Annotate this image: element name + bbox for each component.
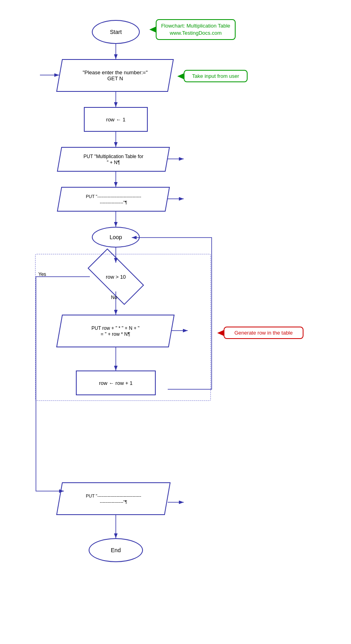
put-table-label: PUT "Multiplication Table for " + N¶ <box>83 154 143 165</box>
callout-input-text: Take input from user <box>192 73 239 79</box>
loop-shape: Loop <box>92 227 140 248</box>
yes-label: Yes <box>38 271 46 277</box>
start-shape: Start <box>92 20 140 44</box>
row-increment-label: row ← row + 1 <box>99 380 133 386</box>
put-row-inner: PUT row + " * " + N + " = " + row * N¶ <box>91 325 139 337</box>
put-dashes1-shape: PUT "------------------------------ ----… <box>57 187 170 212</box>
put-row-shape: PUT row + " * " + N + " = " + row * N¶ <box>56 315 175 347</box>
put-table-inner: PUT "Multiplication Table for " + N¶ <box>83 153 143 165</box>
condition-label: row > 10 <box>106 274 126 280</box>
condition-shape: row > 10 <box>90 259 142 295</box>
put-dashes2-shape: PUT "------------------------------ ----… <box>56 482 171 515</box>
callout-generate: Generate row in the table <box>224 327 303 339</box>
end-label: End <box>111 547 121 553</box>
input-inner: "Please enter the number:=" GET N <box>83 69 148 81</box>
end-shape: End <box>89 538 143 562</box>
loop-label: Loop <box>109 234 122 240</box>
put-dashes1-label: PUT "------------------------------ ----… <box>86 194 141 205</box>
row-init-label: row ← 1 <box>106 117 125 123</box>
row-init-shape: row ← 1 <box>84 107 148 132</box>
put-table-shape: PUT "Multiplication Table for " + N¶ <box>57 147 170 172</box>
callout-title: Flowchart: Multiplication Table www.Test… <box>156 19 236 40</box>
no-label: No <box>111 295 117 300</box>
input-label: "Please enter the number:=" GET N <box>83 69 148 81</box>
put-row-label: PUT row + " * " + N + " = " + row * N¶ <box>91 325 139 337</box>
put-dashes1-inner: PUT "------------------------------ ----… <box>86 193 141 205</box>
callout-generate-text: Generate row in the table <box>234 330 293 336</box>
input-shape: "Please enter the number:=" GET N <box>56 59 174 92</box>
put-dashes2-label: PUT "------------------------------ ----… <box>86 493 141 504</box>
callout-title-text: Flowchart: Multiplication Table www.Test… <box>161 23 230 36</box>
callout-input: Take input from user <box>184 70 248 82</box>
put-dashes2-inner: PUT "------------------------------ ----… <box>86 493 141 505</box>
start-label: Start <box>110 29 122 35</box>
row-increment-shape: row ← row + 1 <box>76 371 156 395</box>
flowchart: Start Flowchart: Multiplication Table ww… <box>0 0 351 644</box>
